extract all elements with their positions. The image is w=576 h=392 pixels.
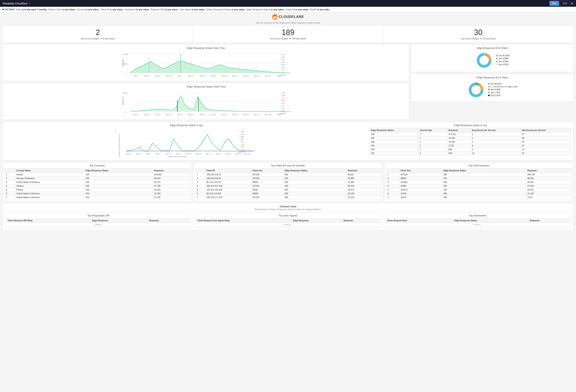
- svg-text:0: 0: [125, 111, 126, 113]
- table-row: 3United States of America20052,475: [5, 181, 190, 184]
- col-ua-wrap: Client Request User Agent Wrap: [196, 219, 291, 223]
- svg-text:Oct 22: Oct 22: [144, 114, 150, 116]
- topbar: Reliability Cloudflare ♥ Run Edit ⚙: [0, 0, 576, 7]
- settings-icon[interactable]: ⚙: [571, 1, 574, 6]
- table-row: 2001574,012287: [370, 132, 571, 136]
- svg-text:Cloudflare Logs total requests: Cloudflare Logs total requests in rps: [118, 134, 120, 158]
- table-row: 4Ukraine20037,738: [5, 184, 190, 188]
- logo-text: CLOUDFLARE: [279, 15, 304, 19]
- svg-point-70: [471, 85, 481, 94]
- edge-error-ratio-panel: Edge Response Error Ratio: [411, 44, 574, 72]
- svg-text:— 416: — 416: [280, 71, 285, 73]
- svg-text:Jan 14: Jan 14: [210, 75, 216, 77]
- svg-text:— 503: — 503: [280, 59, 285, 60]
- top-countries-table: Country Name Edge Response Status Reques…: [4, 168, 190, 199]
- edge-pie-chart: [475, 51, 493, 70]
- table-row: 5Poland20016,532: [5, 188, 190, 192]
- svg-text:— 301: — 301: [239, 136, 244, 138]
- col-client-asn: Client Asn: [399, 169, 442, 173]
- filter-country[interactable]: Country is any value: [77, 8, 99, 11]
- detailed-title: Detailed View: [4, 205, 572, 208]
- col-client-asn: Client Asn: [251, 169, 283, 173]
- top-ua-table: Client Request User Agent Wrap Edge Resp…: [196, 218, 380, 227]
- table-row: 7United States of America40311,793: [5, 196, 190, 199]
- rps-col-max: Max Events per Second: [520, 128, 571, 132]
- table-row: Loading...: [6, 223, 190, 227]
- filter-date[interactable]: Date is in the past 7 months: [16, 8, 47, 11]
- filter-useragent[interactable]: User Agent is any value: [179, 8, 205, 11]
- logo-area: CLOUDFLARE Get an overview of the Edge a…: [2, 14, 574, 24]
- chart-left: Edge Response Status Over Time 10,000 5,…: [2, 44, 409, 120]
- rps-col-avg: Avg Events per Second: [471, 128, 520, 132]
- svg-text:— 200: — 200: [239, 131, 244, 133]
- svg-text:— 403: — 403: [280, 102, 285, 104]
- table-row: 1185.234.218.3319722620096,917: [196, 173, 380, 177]
- svg-text:Nov 19: Nov 19: [166, 114, 172, 116]
- edit-button[interactable]: Edit: [560, 1, 570, 6]
- svg-text:Mar 25: Mar 25: [265, 114, 271, 116]
- stat-3xx-number: 30: [388, 28, 569, 37]
- svg-text:10,000: 10,000: [122, 53, 128, 56]
- svg-text:Mar 11: Mar 11: [254, 75, 260, 77]
- table-row: 30216491287: [370, 151, 571, 155]
- svg-text:— 500: — 500: [280, 64, 285, 66]
- svg-text:Dec 3: Dec 3: [177, 114, 182, 116]
- table-row: 6United States of America40415,783: [5, 192, 190, 196]
- rps-table-title: Edge Response Status in rps: [370, 124, 571, 127]
- table-row: Loading...: [386, 223, 570, 227]
- edge-pie-content: 2xx 92.36% 4xx 6.98% 3xx 0.65% 5xx 0.02%: [413, 51, 571, 70]
- top-ua-panel: Top User Agents Client Request User Agen…: [194, 212, 382, 229]
- filter-requesturi[interactable]: Request URI is any value: [151, 8, 178, 11]
- svg-text:Apr 4: Apr 4: [126, 153, 131, 155]
- svg-text:Feb 11: Feb 11: [232, 114, 238, 116]
- edge-pie-title: Edge Response Error Ratio: [413, 47, 571, 50]
- app-title: Reliability Cloudflare: [2, 2, 28, 5]
- filters-label[interactable]: ▶ FILTERS: [2, 8, 15, 11]
- col-requests: Requests ↓: [148, 219, 190, 223]
- top-tables-row: Top Countries Country Name Edge Response…: [2, 162, 574, 201]
- filter-rayid[interactable]: RayID is any valu...: [310, 8, 331, 11]
- filter-edge-response[interactable]: Edge Response Status is any value: [246, 8, 284, 11]
- filter-origin-response[interactable]: Origin Response Status is any value: [206, 8, 245, 11]
- rps-col-ops: Current Ops: [419, 128, 447, 132]
- svg-text:— 404: — 404: [280, 97, 285, 99]
- detailed-view: Detailed View Breakdown of Origin Respon…: [2, 203, 574, 230]
- svg-point-3: [275, 16, 277, 18]
- col-edge-response: Edge Response: [291, 219, 342, 223]
- charts-main: Edge Response Status Over Time 10,000 5,…: [2, 44, 574, 120]
- stat-3xx-label: 3xx Errors (Edge) ▼ 60 last week: [388, 37, 569, 40]
- svg-text:Oct 8: Oct 8: [133, 114, 138, 116]
- rps-section: Edge Response Status in rps 0 Cloudflare…: [2, 121, 574, 161]
- table-row: 5193.201.224.2252509220028,973: [196, 188, 380, 192]
- filter-device[interactable]: Device Type is any value: [49, 8, 75, 11]
- svg-text:— 302: — 302: [280, 107, 285, 109]
- svg-text:Jan 28: Jan 28: [221, 114, 227, 116]
- rps-chart-svg: 0 Cloudflare Logs total requests in rps …: [5, 128, 368, 158]
- filters-bar: ▶ FILTERS Date is in the past 7 months D…: [0, 7, 576, 12]
- svg-text:Mar 25: Mar 25: [265, 75, 271, 77]
- stat-5xx: 2 5xx Errors (Edge) ▼ 0 last week: [3, 26, 193, 42]
- table-row: 313289220040,407: [386, 181, 571, 184]
- svg-text:5,000: 5,000: [122, 92, 127, 94]
- origin-chart-svg: 5,000 0 Requests Oct 8 Oct 22 Nov 5: [5, 90, 407, 117]
- top-asn-table: Client Asn Edge Response Status Requests…: [386, 168, 572, 199]
- col-requests: Requests ↓: [342, 219, 380, 223]
- svg-point-2: [273, 17, 275, 18]
- topbar-title: Reliability Cloudflare ♥: [2, 2, 30, 5]
- filter-originip[interactable]: Origin IP is any value: [286, 8, 308, 11]
- filter-triangle: ▶: [2, 8, 4, 11]
- col-requests: Requests ↓: [346, 169, 380, 173]
- svg-text:— 405: — 405: [280, 95, 285, 97]
- svg-text:— 401: — 401: [239, 146, 244, 148]
- col-requests: Requests ↓: [529, 219, 570, 223]
- filter-hostname[interactable]: Hostname is any value: [125, 8, 149, 11]
- rps-chart-title: Edge Response Status in rps: [5, 124, 368, 127]
- stat-4xx: 189 4xx Errors (Edge) ▼ 790 last week: [193, 26, 383, 42]
- svg-text:Apr 12: Apr 12: [205, 153, 211, 155]
- svg-text:— 206: — 206: [239, 133, 244, 135]
- filter-clientip[interactable]: Client IP is any value: [100, 8, 123, 11]
- svg-text:Feb 11: Feb 11: [232, 75, 238, 77]
- run-button[interactable]: Run: [549, 1, 559, 6]
- stat-4xx-label: 4xx Errors (Edge) ▼ 790 last week: [197, 37, 379, 40]
- table-row: 686.110.118.1824869320024,230: [196, 192, 380, 196]
